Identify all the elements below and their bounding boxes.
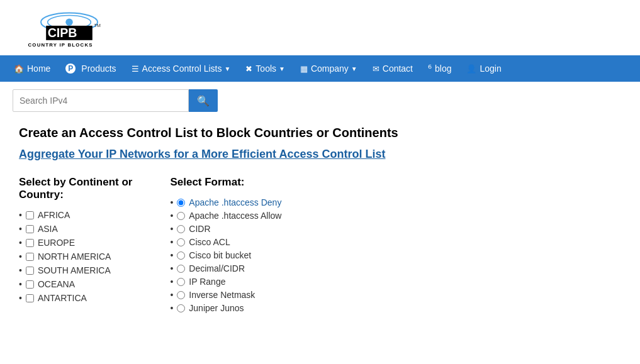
continent-oceana: OCEANA — [38, 279, 75, 289]
radio-cidr[interactable] — [177, 225, 185, 233]
list-item: AFRICA — [19, 210, 132, 220]
list-item: SOUTH AMERICA — [19, 265, 132, 275]
format-column: Select Format: Apache .htaccess Deny Apa… — [170, 176, 281, 316]
svg-text:TM: TM — [94, 23, 101, 28]
login-icon: 👤 — [466, 64, 476, 74]
radio-juniper-junos[interactable] — [177, 304, 185, 312]
format-ip-range: IP Range — [189, 277, 225, 287]
svg-text:COUNTRY IP BLOCKS: COUNTRY IP BLOCKS — [28, 42, 93, 48]
nav-tools[interactable]: ✖ Tools ▼ — [238, 55, 293, 82]
list-item: Inverse Netmask — [170, 290, 281, 300]
checkbox-north-america[interactable] — [26, 253, 34, 261]
nav-products[interactable]: P Products — [58, 55, 123, 82]
list-item: ASIA — [19, 224, 132, 234]
format-decimal-cidr: Decimal/CIDR — [189, 263, 245, 273]
continent-heading: Select by Continent orCountry: — [19, 176, 132, 201]
aggregate-link[interactable]: Aggregate Your IP Networks for a More Ef… — [19, 148, 621, 161]
radio-cisco-acl[interactable] — [177, 238, 185, 246]
list-item: Juniper Junos — [170, 303, 281, 313]
checkbox-south-america[interactable] — [26, 267, 34, 275]
main-content: Create an Access Control List to Block C… — [0, 119, 640, 329]
list-item: Cisco bit bucket — [170, 250, 281, 260]
list-item: EUROPE — [19, 238, 132, 248]
continent-north-america: NORTH AMERICA — [38, 251, 111, 262]
continent-list: AFRICA ASIA EUROPE — [19, 210, 132, 303]
list-item: NORTH AMERICA — [19, 251, 132, 262]
radio-cisco-bit-bucket[interactable] — [177, 251, 185, 260]
nav-home[interactable]: 🏠 Home — [6, 55, 58, 82]
radio-apache-allow[interactable] — [177, 212, 185, 220]
acl-arrow: ▼ — [224, 65, 230, 72]
radio-inverse-netmask[interactable] — [177, 291, 185, 299]
continent-africa: AFRICA — [38, 210, 70, 220]
acl-icon: ☰ — [132, 64, 139, 74]
format-cidr: CIDR — [189, 224, 210, 234]
list-item: ANTARTICA — [19, 293, 132, 303]
list-item: Apache .htaccess Allow — [170, 211, 281, 221]
contact-icon: ✉ — [373, 64, 379, 74]
checkbox-africa[interactable] — [26, 211, 34, 219]
company-arrow: ▼ — [351, 65, 357, 72]
page-heading: Create an Access Control List to Block C… — [19, 126, 621, 140]
tools-arrow: ▼ — [279, 65, 285, 72]
logo-area: CIPB TM COUNTRY IP BLOCKS — [0, 0, 640, 55]
list-item: Decimal/CIDR — [170, 263, 281, 273]
search-button[interactable]: 🔍 — [189, 89, 218, 112]
navbar: 🏠 Home P Products ☰ Access Control Lists… — [0, 55, 640, 82]
tools-icon: ✖ — [245, 64, 252, 74]
logo-svg: CIPB TM COUNTRY IP BLOCKS — [13, 6, 126, 50]
nav-acl[interactable]: ☰ Access Control Lists ▼ — [124, 55, 239, 82]
format-juniper-junos: Juniper Junos — [189, 303, 244, 313]
radio-ip-range[interactable] — [177, 278, 185, 286]
format-list: Apache .htaccess Deny Apache .htaccess A… — [170, 197, 281, 313]
nav-blog[interactable]: ⁶ blog — [420, 55, 459, 82]
format-heading: Select Format: — [170, 176, 281, 189]
continent-column: Select by Continent orCountry: AFRICA AS… — [19, 176, 132, 307]
products-icon: P — [65, 63, 76, 74]
nav-company[interactable]: ▦ Company ▼ — [293, 55, 365, 82]
home-icon: 🏠 — [14, 64, 24, 74]
list-item: CIDR — [170, 224, 281, 234]
search-input[interactable] — [13, 89, 189, 112]
format-apache-deny: Apache .htaccess Deny — [189, 197, 281, 207]
list-item: Cisco ACL — [170, 237, 281, 247]
list-item: Apache .htaccess Deny — [170, 197, 281, 207]
radio-apache-deny[interactable] — [177, 199, 185, 207]
format-apache-allow: Apache .htaccess Allow — [189, 211, 281, 221]
blog-icon: ⁶ — [428, 63, 432, 74]
checkbox-europe[interactable] — [26, 239, 34, 247]
search-icon: 🔍 — [197, 95, 210, 107]
radio-decimal-cidr[interactable] — [177, 265, 185, 273]
format-inverse-netmask: Inverse Netmask — [189, 290, 255, 300]
format-cisco-acl: Cisco ACL — [189, 237, 230, 247]
list-item: OCEANA — [19, 279, 132, 289]
continent-europe: EUROPE — [38, 238, 75, 248]
checkbox-oceana[interactable] — [26, 280, 34, 289]
svg-point-2 — [65, 18, 72, 25]
continent-asia: ASIA — [38, 224, 58, 234]
checkbox-asia[interactable] — [26, 225, 34, 233]
company-icon: ▦ — [300, 64, 308, 74]
nav-login[interactable]: 👤 Login — [459, 55, 508, 82]
search-area: 🔍 — [0, 82, 640, 119]
nav-contact[interactable]: ✉ Contact — [365, 55, 420, 82]
continent-south-america: SOUTH AMERICA — [38, 265, 111, 275]
format-cisco-bit-bucket: Cisco bit bucket — [189, 250, 251, 260]
checkbox-antartica[interactable] — [26, 294, 34, 302]
continent-antartica: ANTARTICA — [38, 293, 87, 303]
svg-text:CIPB: CIPB — [48, 26, 77, 40]
columns-container: Select by Continent orCountry: AFRICA AS… — [19, 176, 621, 316]
list-item: IP Range — [170, 277, 281, 287]
